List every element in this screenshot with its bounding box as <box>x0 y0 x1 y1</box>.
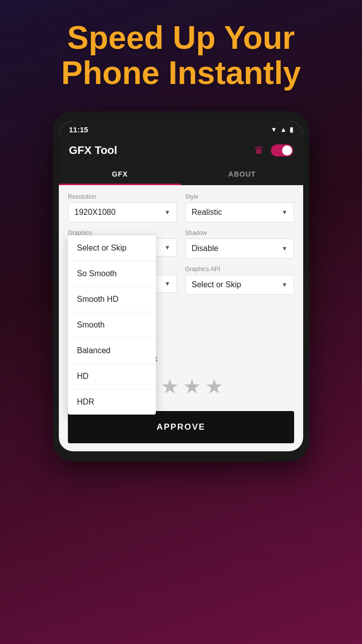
resolution-select[interactable]: 1920X1080 ▼ <box>68 202 177 222</box>
hero-title: Speed Up Your Phone Instantly <box>0 0 362 106</box>
group-style: Style Realistic ▼ <box>185 193 294 222</box>
signal-icon: ▲ <box>280 126 287 133</box>
header-icons: ♛ <box>254 144 293 157</box>
graphics-api-select[interactable]: Select or Skip ▼ <box>185 275 294 295</box>
group-graphics-api: Graphics API Select or Skip ▼ <box>185 266 294 295</box>
style-select[interactable]: Realistic ▼ <box>185 202 294 222</box>
dropdown-item-select-or-skip[interactable]: Select or Skip <box>68 235 156 261</box>
crown-icon[interactable]: ♛ <box>254 144 264 157</box>
app-title: GFX Tool <box>69 144 117 157</box>
graphics-api-label: Graphics API <box>185 266 294 273</box>
tabs-bar: GFX ABOUT <box>59 163 303 185</box>
style-value: Realistic <box>192 208 222 217</box>
row-resolution-style: Resolution 1920X1080 ▼ Style Realistic ▼ <box>68 193 294 222</box>
dropdown-item-smooth-hd[interactable]: Smooth HD <box>68 287 156 312</box>
status-bar: 11:15 ▼ ▲ ▮ <box>59 121 303 138</box>
content-area: Resolution 1920X1080 ▼ Style Realistic ▼ <box>59 185 303 411</box>
graphics-api-chevron: ▼ <box>282 281 288 288</box>
status-time: 11:15 <box>69 125 88 134</box>
style-label: Style <box>185 193 294 200</box>
resolution-value: 1920X1080 <box>74 208 116 217</box>
graphics-api-value: Select or Skip <box>192 280 241 289</box>
toggle-switch[interactable] <box>271 144 293 156</box>
dropdown-item-hd[interactable]: HD <box>68 364 156 389</box>
resolution-label: Resolution <box>68 193 177 200</box>
battery-icon: ▮ <box>290 126 293 133</box>
graphics-dropdown: Select or Skip So Smooth Smooth HD Smoot… <box>68 235 156 415</box>
dropdown-item-so-smooth[interactable]: So Smooth <box>68 261 156 287</box>
star-3[interactable]: ★ <box>183 375 201 398</box>
group-shadow: Shadow Disable ▼ <box>185 229 294 259</box>
group-resolution: Resolution 1920X1080 ▼ <box>68 193 177 222</box>
tab-about[interactable]: ABOUT <box>181 163 303 185</box>
star-4[interactable]: ★ <box>205 375 223 398</box>
status-icons: ▼ ▲ ▮ <box>270 126 293 133</box>
dropdown-item-smooth[interactable]: Smooth <box>68 312 156 338</box>
fps-chevron: ▼ <box>164 280 170 287</box>
shadow-select[interactable]: Disable ▼ <box>185 238 294 259</box>
shadow-value: Disable <box>192 244 218 253</box>
app-header: GFX Tool ♛ <box>59 138 303 163</box>
shadow-chevron: ▼ <box>282 245 288 252</box>
wifi-icon: ▼ <box>270 126 277 133</box>
dropdown-item-balanced[interactable]: Balanced <box>68 338 156 364</box>
graphics-chevron: ▼ <box>164 244 170 251</box>
star-2[interactable]: ★ <box>161 375 179 398</box>
shadow-label: Shadow <box>185 229 294 236</box>
phone-screen: 11:15 ▼ ▲ ▮ GFX Tool ♛ GFX ABOUT <box>59 121 303 451</box>
style-chevron: ▼ <box>282 209 288 216</box>
dropdown-item-hdr[interactable]: HDR <box>68 389 156 415</box>
phone-frame: 11:15 ▼ ▲ ▮ GFX Tool ♛ GFX ABOUT <box>53 111 309 461</box>
resolution-chevron: ▼ <box>164 209 170 216</box>
tab-gfx[interactable]: GFX <box>59 163 181 185</box>
hero-section: Speed Up Your Phone Instantly <box>0 0 362 106</box>
approve-button[interactable]: APPROVE <box>68 411 294 443</box>
